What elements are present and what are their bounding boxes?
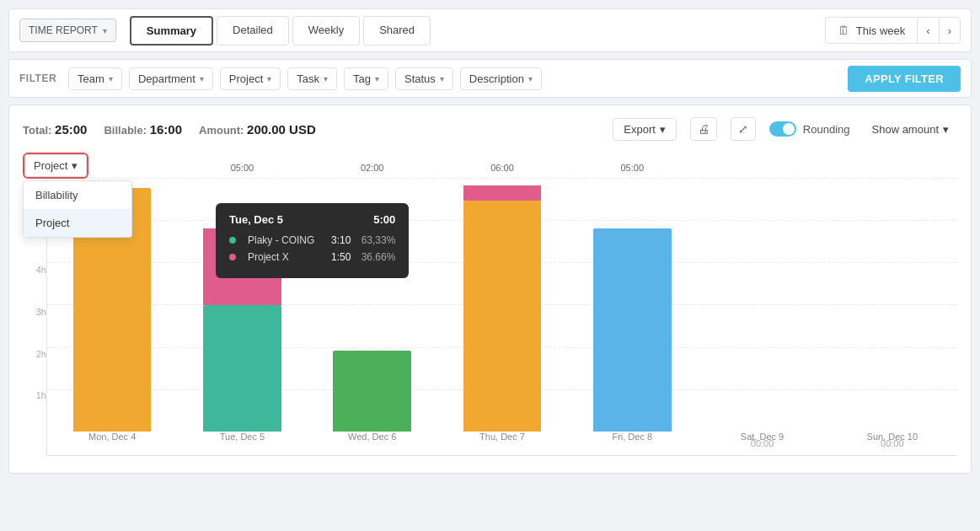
tooltip-name-2: Project X xyxy=(248,251,314,263)
group-dropdown-container: Project ▾ Billability Project xyxy=(23,153,88,179)
tab-detailed[interactable]: Detailed xyxy=(217,16,289,46)
status-chevron: ▾ xyxy=(440,74,444,83)
group-by-label: Project xyxy=(34,159,67,172)
time-report-chevron: ▾ xyxy=(103,26,107,35)
group-dropdown: Project ▾ Billability Project xyxy=(23,153,88,179)
stats-right: Export ▾ 🖨 ⤢ Rounding Show amount xyxy=(613,117,957,141)
tooltip-total: 5:00 xyxy=(373,213,395,226)
tooltip-row-2: Project X 1:50 36.66% xyxy=(229,251,395,263)
tooltip-pct-2: 36.66% xyxy=(357,251,395,263)
bar-stack-sun: 00:00 xyxy=(854,178,932,432)
bar-label-tue: 05:00 xyxy=(231,163,254,173)
group-by-chevron: ▾ xyxy=(72,159,78,172)
bar-stack-sat: 00:00 xyxy=(723,178,801,432)
apply-filter-button[interactable]: APPLY FILTER xyxy=(848,66,961,92)
tab-shared[interactable]: Shared xyxy=(363,16,431,46)
dropdown-item-project[interactable]: Project xyxy=(24,209,131,237)
bars-container: 05:00 02:00 xyxy=(46,178,957,456)
bar-segment-fri-blue xyxy=(593,228,672,432)
project-chevron: ▾ xyxy=(267,74,271,83)
filter-task[interactable]: Task ▾ xyxy=(287,67,337,90)
bar-label-fri: 05:00 xyxy=(621,163,645,173)
share-button[interactable]: ⤢ xyxy=(731,117,756,141)
main-area: Total: 25:00 Billable: 16:00 Amount: 200… xyxy=(8,105,972,474)
bars-row: 05:00 02:00 xyxy=(47,178,957,432)
bar-segment-thu-pink xyxy=(463,185,542,201)
dropdown-item-billability[interactable]: Billability xyxy=(24,181,131,209)
day-col-sun: 00:00 xyxy=(827,178,957,432)
day-col-fri: 05:00 xyxy=(567,178,697,432)
task-chevron: ▾ xyxy=(324,74,328,83)
date-picker[interactable]: 🗓 This week ‹ › xyxy=(825,17,961,44)
tag-chevron: ▾ xyxy=(375,74,379,83)
tooltip-pct-1: 63,33% xyxy=(357,234,395,246)
chart-tooltip: Tue, Dec 5 5:00 Plaky - COING 3:10 63,33… xyxy=(216,203,409,278)
x-label-fri: Fri, Dec 8 xyxy=(567,432,697,455)
date-next-button[interactable]: › xyxy=(939,19,960,43)
chart-wrap: 6h 5h 4h 3h 2h 1h xyxy=(23,153,957,456)
nav-tabs: Summary Detailed Weekly Shared xyxy=(130,16,434,46)
department-chevron: ▾ xyxy=(200,74,204,83)
show-amount-label: Show amount xyxy=(872,123,940,136)
rounding-toggle-wrap: Rounding xyxy=(769,121,850,137)
share-icon: ⤢ xyxy=(738,122,748,136)
x-axis: Mon, Dec 4 Tue, Dec 5 Wed, Dec 6 Thu, De… xyxy=(47,432,957,455)
show-amount-button[interactable]: Show amount ▾ xyxy=(864,119,958,140)
tab-weekly[interactable]: Weekly xyxy=(292,16,360,46)
tooltip-dot-1 xyxy=(229,237,236,244)
time-report-button[interactable]: TIME REPORT ▾ xyxy=(19,19,116,42)
show-amount-chevron: ▾ xyxy=(943,123,949,136)
tooltip-date: Tue, Dec 5 xyxy=(229,213,283,226)
x-label-thu: Thu, Dec 7 xyxy=(437,432,567,455)
toggle-knob xyxy=(783,123,795,135)
filter-department[interactable]: Department ▾ xyxy=(129,67,213,90)
date-value: This week xyxy=(856,24,906,37)
export-label: Export xyxy=(624,123,656,136)
date-prev-button[interactable]: ‹ xyxy=(917,19,938,43)
tooltip-header: Tue, Dec 5 5:00 xyxy=(229,213,395,226)
y-label-3h: 3h xyxy=(23,307,46,317)
bar-segment-thu-orange xyxy=(463,201,542,432)
filter-status[interactable]: Status ▾ xyxy=(395,67,453,90)
top-bar: TIME REPORT ▾ Summary Detailed Weekly Sh… xyxy=(8,8,972,52)
x-label-wed: Wed, Dec 6 xyxy=(308,432,437,455)
day-col-sat: 00:00 xyxy=(697,178,827,432)
export-button[interactable]: Export ▾ xyxy=(613,118,677,141)
stat-amount: Amount: 200.00 USD xyxy=(199,122,316,137)
tab-summary[interactable]: Summary xyxy=(130,16,213,46)
filter-description[interactable]: Description ▾ xyxy=(460,67,542,90)
description-chevron: ▾ xyxy=(528,74,533,83)
x-label-sat: Sat, Dec 9 xyxy=(697,432,827,455)
filter-label: FILTER xyxy=(19,72,56,84)
filter-team[interactable]: Team ▾ xyxy=(68,67,122,90)
x-label-tue: Tue, Dec 5 xyxy=(177,432,307,455)
print-button[interactable]: 🖨 xyxy=(690,117,717,141)
calendar-icon: 🗓 xyxy=(838,24,849,37)
time-report-label: TIME REPORT xyxy=(29,24,98,36)
group-by-button[interactable]: Project ▾ xyxy=(24,154,87,177)
print-icon: 🖨 xyxy=(698,122,710,136)
export-chevron: ▾ xyxy=(660,123,666,136)
rounding-label: Rounding xyxy=(803,123,850,136)
chart-section: Project ▾ Billability Project 6h 5h xyxy=(23,153,957,456)
tooltip-name-1: Plaky - COING xyxy=(248,234,314,246)
bar-label-thu: 06:00 xyxy=(490,163,514,173)
y-label-1h: 1h xyxy=(23,390,46,400)
filter-bar: FILTER Team ▾ Department ▾ Project ▾ Tas… xyxy=(8,59,972,98)
tooltip-dot-2 xyxy=(229,254,236,260)
team-chevron: ▾ xyxy=(109,74,113,83)
filter-project[interactable]: Project ▾ xyxy=(220,67,281,90)
bar-segment-tue-teal xyxy=(203,305,281,432)
y-label-4h: 4h xyxy=(23,265,46,275)
y-label-2h: 2h xyxy=(23,349,46,359)
bar-stack-fri: 05:00 xyxy=(593,178,672,432)
day-col-thu: 06:00 xyxy=(437,178,567,432)
bar-label-wed: 02:00 xyxy=(361,163,384,173)
stats-row: Total: 25:00 Billable: 16:00 Amount: 200… xyxy=(23,117,957,141)
stat-billable: Billable: 16:00 xyxy=(104,122,182,137)
rounding-toggle[interactable] xyxy=(769,121,796,137)
filter-tag[interactable]: Tag ▾ xyxy=(344,67,388,90)
bar-stack-thu: 06:00 xyxy=(463,178,542,432)
tooltip-time-2: 1:50 xyxy=(321,251,351,263)
bar-segment-wed-green xyxy=(333,351,411,432)
